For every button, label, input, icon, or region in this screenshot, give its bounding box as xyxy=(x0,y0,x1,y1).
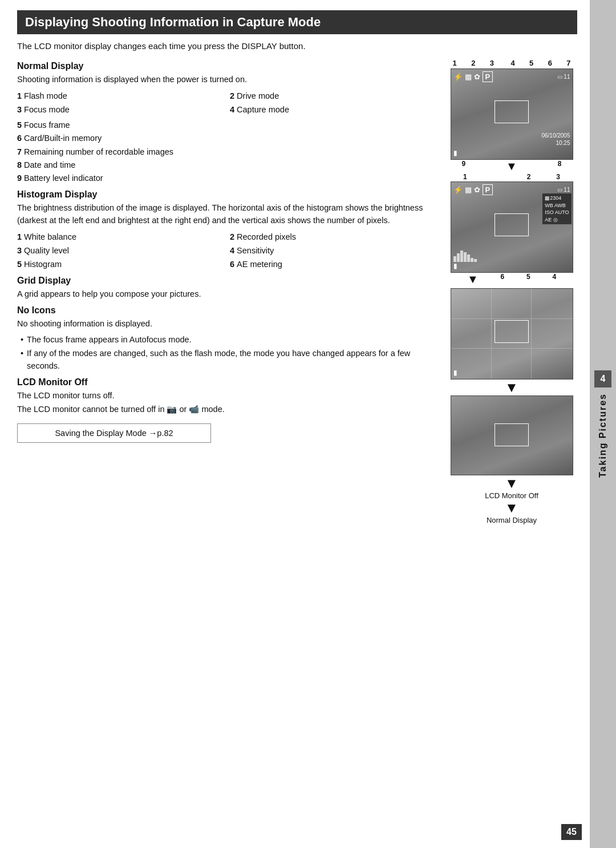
info-wb: WB AWB xyxy=(545,202,569,209)
hist-num-1: 1 xyxy=(17,231,22,244)
num-label-1: 1 xyxy=(453,59,457,67)
bullet-item-2: • If any of the modes are changed, such … xyxy=(21,348,437,373)
reference-box: Saving the Display Mode →p.82 xyxy=(17,423,211,443)
grid-display-heading: Grid Display xyxy=(17,276,437,286)
svg-rect-4 xyxy=(467,255,470,262)
bullet-item-1: • The focus frame appears in Autofocus m… xyxy=(21,334,437,346)
hist-num-4: 4 xyxy=(230,244,234,257)
frame-count-2: ▭ 11 xyxy=(557,187,570,193)
histogram-display-screen: ⚡ ▩ ✿ P ▭ 11 ▩2304 WB AWB ISO AUTO AE ◎ xyxy=(451,181,573,273)
item-num-8: 8 xyxy=(17,159,22,172)
bullet-text-1: The focus frame appears in Autofocus mod… xyxy=(27,334,192,346)
intro-text: The LCD monitor display changes each tim… xyxy=(17,41,577,51)
grid-v-1 xyxy=(491,289,492,379)
hist-num-5: 5 xyxy=(17,258,22,271)
hist-num-6: 6 xyxy=(230,258,234,271)
histogram-display-body: The brightness distribution of the image… xyxy=(17,202,437,227)
screen-numbers-hist-bottom: ▼ 6 5 4 xyxy=(451,273,573,286)
item-text-2: Drive mode xyxy=(237,90,279,103)
svg-rect-5 xyxy=(471,258,473,262)
page-title: Displaying Shooting Information in Captu… xyxy=(17,10,577,34)
hist-item-4: 4 Sensitivity xyxy=(230,244,437,257)
num-label-6: 6 xyxy=(548,59,552,67)
num-label-2: 2 xyxy=(471,59,475,67)
screenshots-column: 1 2 3 4 5 6 7 ⚡ ▩ ✿ P xyxy=(451,59,573,524)
svg-rect-1 xyxy=(457,253,460,262)
battery-icon-1: ▮ xyxy=(453,149,457,157)
num-label-4: 4 xyxy=(510,59,514,67)
hist-text-2: Recorded pixels xyxy=(237,231,296,244)
normal-display-heading: Normal Display xyxy=(17,61,437,71)
info-ae: AE ◎ xyxy=(545,216,569,224)
macro-icon: ✿ xyxy=(474,72,480,81)
no-icons-heading: No Icons xyxy=(17,305,437,316)
item-text-7: Remaining number of recordable images xyxy=(24,146,173,159)
list-item-8: 8 Date and time xyxy=(17,159,437,172)
no-icons-body: No shooting information is displayed. xyxy=(17,318,437,330)
item-text-3: Focus mode xyxy=(24,103,70,116)
num-label-3: 3 xyxy=(490,59,494,67)
arrow-down-3: ▼ xyxy=(505,477,518,490)
bullet-dot-2: • xyxy=(21,348,23,373)
bullet-dot-1: • xyxy=(21,334,23,346)
main-content: Displaying Shooting Information in Captu… xyxy=(0,0,590,848)
num-label-9: 9 xyxy=(462,160,466,173)
screen-numbers-row-1: 1 2 3 4 5 6 7 xyxy=(451,59,573,67)
svg-rect-2 xyxy=(460,251,463,262)
hist-num-bottom-5: 5 xyxy=(526,273,530,286)
hist-bottom-arrow: ▼ xyxy=(467,273,479,286)
drive-icon: ▩ xyxy=(465,72,472,81)
grid-h-2 xyxy=(451,348,573,349)
hist-text-3: Quality level xyxy=(24,244,69,257)
down-arrow-1: ▼ xyxy=(506,160,517,173)
hist-num-2: 2 xyxy=(230,231,234,244)
num-label-8: 8 xyxy=(558,160,562,173)
item-text-8: Date and time xyxy=(24,159,75,172)
list-item-5: 5 Focus frame xyxy=(17,119,437,132)
battery-icon-3: ▮ xyxy=(453,369,457,377)
screen-numbers-row-2: 9 ▼ 8 xyxy=(451,160,573,173)
hist-num-bottom-4: 4 xyxy=(552,273,556,286)
hist-num-label-1: 1 xyxy=(463,173,467,181)
left-column: Normal Display Shooting information is d… xyxy=(17,56,437,524)
normal-display-list: 1 Flash mode 2 Drive mode 3 Focus mode 4… xyxy=(17,90,437,116)
focus-frame-1 xyxy=(495,100,529,123)
histogram-display-heading: Histogram Display xyxy=(17,189,437,200)
mode-p-box: P xyxy=(483,71,493,82)
hist-item-2: 2 Recorded pixels xyxy=(230,231,437,244)
hist-text-4: Sensitivity xyxy=(237,244,274,257)
flash-icon: ⚡ xyxy=(453,72,463,81)
hist-num-label-2: 2 xyxy=(527,173,531,181)
hist-num-label-3: 3 xyxy=(556,173,560,181)
list-item-3: 3 Focus mode xyxy=(17,103,224,116)
list-item-7: 7 Remaining number of recordable images xyxy=(17,146,437,159)
histogram-display-list: 1 White balance 2 Recorded pixels 3 Qual… xyxy=(17,231,437,272)
no-icons-screen xyxy=(451,395,573,475)
item-num-1: 1 xyxy=(17,90,22,103)
mode-p-box-2: P xyxy=(483,184,493,195)
lcd-monitor-off-body1: The LCD monitor turns off. xyxy=(17,390,437,402)
cam-date: 06/10/200510:25 xyxy=(541,132,570,147)
normal-display-screen: ⚡ ▩ ✿ P ▭ 11 06/10/200510:25 ▮ xyxy=(451,68,573,160)
normal-display-single-list: 5 Focus frame 6 Card/Built-in memory 7 R… xyxy=(17,119,437,185)
page-number: 45 xyxy=(561,824,582,840)
item-num-3: 3 xyxy=(17,103,22,116)
flash-icon-2: ⚡ xyxy=(453,185,463,194)
item-num-5: 5 xyxy=(17,119,22,132)
arrow-down-4: ▼ xyxy=(505,501,518,515)
cam-top-icons-1: ⚡ ▩ ✿ P ▭ 11 xyxy=(453,71,570,82)
bullet-text-2: If any of the modes are changed, such as… xyxy=(27,348,437,373)
side-tab: 4 Taking Pictures xyxy=(590,0,616,848)
item-text-1: Flash mode xyxy=(24,90,67,103)
no-icons-bullets: • The focus frame appears in Autofocus m… xyxy=(21,334,437,373)
grid-display-screen: ▮ xyxy=(451,288,573,379)
item-text-4: Capture mode xyxy=(237,103,289,116)
list-item-2: 2 Drive mode xyxy=(230,90,437,103)
svg-rect-0 xyxy=(453,256,456,262)
hist-num-3: 3 xyxy=(17,244,22,257)
item-num-6: 6 xyxy=(17,132,22,145)
item-num-9: 9 xyxy=(17,172,22,185)
item-text-6: Card/Built-in memory xyxy=(24,132,102,145)
grid-h-1 xyxy=(451,318,573,319)
item-text-5: Focus frame xyxy=(24,119,70,132)
